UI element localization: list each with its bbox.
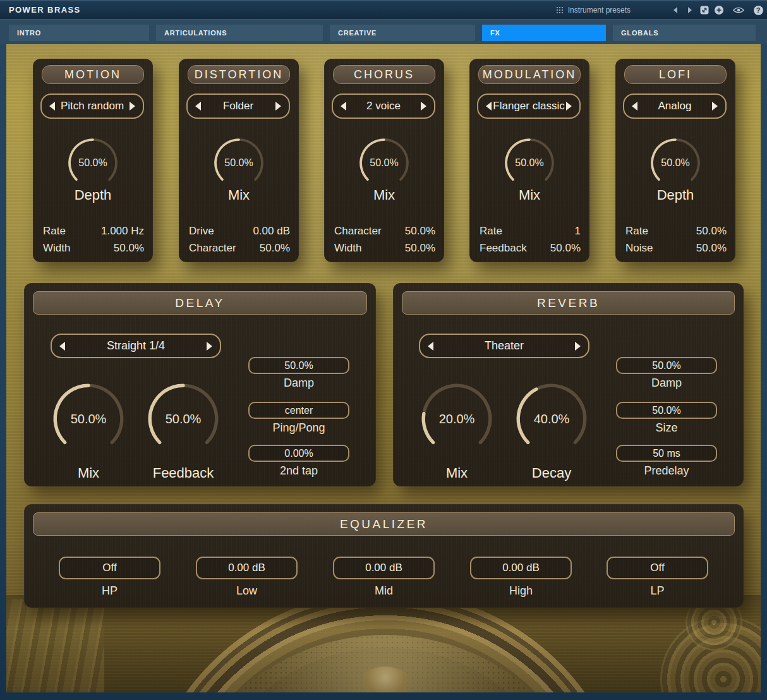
- motion-type-selector[interactable]: Pitch random: [40, 94, 144, 119]
- box-label: Ping/Pong: [248, 421, 349, 435]
- prev-arrow-icon[interactable]: [195, 102, 201, 111]
- lofi-noise-param[interactable]: Noise 50.0%: [615, 241, 735, 255]
- tab-fx[interactable]: FX: [482, 25, 606, 41]
- panel-delay: DELAY Straight 1/4 50.0% Mix 50.0% Feedb…: [24, 283, 376, 486]
- box-label: Size: [616, 421, 717, 435]
- delay-2ndtap-box[interactable]: 0.00%: [248, 445, 349, 462]
- next-arrow-icon[interactable]: [207, 342, 212, 351]
- eq-mid-box[interactable]: 0.00 dB: [333, 557, 435, 579]
- knob-value: 50.0%: [66, 136, 119, 190]
- box-label: Mid: [333, 584, 435, 598]
- next-arrow-icon[interactable]: [575, 342, 581, 351]
- modulation-rate-param[interactable]: Rate 1: [469, 224, 589, 238]
- knob-label: Mix: [469, 187, 589, 203]
- tab-globals[interactable]: GLOBALS: [613, 25, 756, 41]
- prev-arrow-icon[interactable]: [632, 102, 637, 111]
- prev-preset-button[interactable]: [669, 3, 682, 17]
- prev-arrow-icon[interactable]: [486, 102, 492, 111]
- prev-arrow-icon[interactable]: [59, 342, 65, 351]
- panel-title: LOFI: [624, 65, 727, 84]
- add-button[interactable]: [713, 3, 725, 17]
- eq-low-box[interactable]: 0.00 dB: [196, 557, 298, 579]
- reverb-mix-knob[interactable]: 20.0%: [419, 381, 495, 457]
- delay-pingpong-box[interactable]: center: [248, 402, 349, 419]
- motion-width-param[interactable]: Width 50.0%: [33, 241, 153, 255]
- panel-title-text: REVERB: [537, 296, 600, 310]
- lofi-type-selector[interactable]: Analog: [623, 94, 727, 119]
- distortion-type-selector[interactable]: Folder: [186, 94, 290, 119]
- knob-label: Mix: [324, 187, 444, 203]
- panel-title-text: MOTION: [64, 68, 121, 81]
- box-label: HP: [59, 584, 160, 598]
- panel-title-text: DELAY: [175, 296, 224, 310]
- tab-intro[interactable]: INTRO: [9, 25, 149, 41]
- param-label: Rate: [480, 225, 502, 238]
- eye-button[interactable]: [732, 3, 745, 17]
- instrument-presets-button[interactable]: Instrument presets: [556, 1, 631, 20]
- modulation-type-selector[interactable]: Flanger classic: [477, 94, 581, 119]
- lofi-depth-knob[interactable]: 50.0%: [649, 136, 702, 190]
- param-label: Noise: [625, 242, 653, 255]
- param-label: Drive: [189, 225, 214, 238]
- reverb-damp-box[interactable]: 50.0%: [616, 357, 717, 374]
- next-arrow-icon[interactable]: [712, 102, 718, 111]
- param-label: Rate: [43, 225, 66, 238]
- box-label: Damp: [616, 377, 717, 390]
- chorus-type-selector[interactable]: 2 voice: [332, 94, 435, 119]
- help-button[interactable]: ?: [752, 3, 764, 17]
- next-arrow-icon[interactable]: [566, 102, 572, 111]
- delay-feedback-knob[interactable]: 50.0%: [145, 381, 221, 457]
- reverb-space-selector[interactable]: Theater: [419, 334, 589, 358]
- resize-button[interactable]: [698, 3, 711, 17]
- box-label: Low: [196, 584, 298, 598]
- eq-band-low: 0.00 dB Low: [196, 504, 298, 608]
- param-value: 50.0%: [696, 242, 727, 255]
- eq-hp-box[interactable]: Off: [59, 557, 160, 579]
- reverb-size-box[interactable]: 50.0%: [616, 402, 717, 419]
- selector-value: Pitch random: [61, 100, 124, 112]
- distortion-character-param[interactable]: Character 50.0%: [179, 241, 299, 255]
- param-value: 50.0%: [405, 242, 435, 255]
- motion-rate-param[interactable]: Rate 1.000 Hz: [33, 224, 153, 238]
- delay-mode-selector[interactable]: Straight 1/4: [51, 334, 221, 358]
- reverb-decay-knob[interactable]: 40.0%: [514, 381, 589, 457]
- chorus-width-param[interactable]: Width 50.0%: [324, 241, 444, 255]
- prev-arrow-icon[interactable]: [428, 342, 433, 351]
- panel-title: MODULATION: [478, 65, 581, 84]
- eq-lp-box[interactable]: Off: [607, 557, 708, 579]
- knob-value: 50.0%: [145, 381, 221, 457]
- chorus-mix-knob[interactable]: 50.0%: [358, 136, 411, 190]
- box-value: 0.00 dB: [365, 562, 402, 574]
- tab-creative[interactable]: CREATIVE: [330, 25, 475, 41]
- distortion-drive-param[interactable]: Drive 0.00 dB: [179, 224, 299, 238]
- titlebar-buttons: ?: [667, 1, 764, 20]
- next-arrow-icon[interactable]: [421, 102, 426, 111]
- motion-depth-knob[interactable]: 50.0%: [66, 136, 119, 190]
- modulation-feedback-param[interactable]: Feedback 50.0%: [469, 241, 589, 255]
- reverb-predelay-box[interactable]: 50 ms: [616, 445, 717, 462]
- modulation-mix-knob[interactable]: 50.0%: [503, 136, 556, 190]
- param-value: 50.0%: [696, 225, 727, 238]
- panel-reverb: REVERB Theater 20.0% Mix 40.0% Decay 50.…: [393, 283, 744, 486]
- prev-arrow-icon[interactable]: [341, 102, 346, 111]
- tab-articulations[interactable]: ARTICULATIONS: [156, 25, 323, 41]
- chorus-character-param[interactable]: Character 50.0%: [324, 224, 444, 238]
- box-value: 50.0%: [652, 405, 680, 416]
- prev-arrow-icon[interactable]: [49, 102, 55, 111]
- next-preset-button[interactable]: [684, 3, 696, 17]
- distortion-mix-knob[interactable]: 50.0%: [212, 136, 265, 190]
- next-arrow-icon[interactable]: [275, 102, 281, 111]
- app-title: POWER BRASS: [9, 1, 81, 20]
- tab-label: GLOBALS: [621, 29, 658, 37]
- delay-damp-box[interactable]: 50.0%: [248, 357, 349, 374]
- eq-high-box[interactable]: 0.00 dB: [470, 557, 572, 579]
- delay-mix-knob[interactable]: 50.0%: [51, 381, 126, 457]
- knob-value: 50.0%: [649, 136, 702, 190]
- panel-title: DISTORTION: [188, 65, 290, 84]
- titlebar: POWER BRASS Instrument presets: [0, 0, 767, 19]
- tab-label: FX: [490, 29, 500, 37]
- panel-title-text: LOFI: [659, 68, 692, 81]
- next-arrow-icon[interactable]: [130, 102, 135, 111]
- panel-distortion: DISTORTION Folder 50.0% Mix Drive 0.00 d…: [179, 59, 299, 262]
- lofi-rate-param[interactable]: Rate 50.0%: [615, 224, 735, 238]
